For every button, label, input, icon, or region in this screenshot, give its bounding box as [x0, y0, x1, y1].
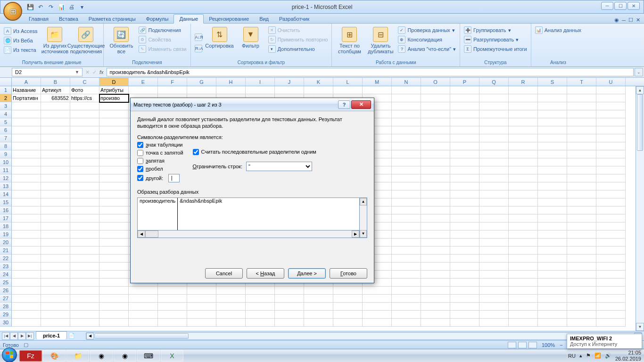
cell[interactable]	[596, 110, 626, 118]
cell[interactable]	[509, 303, 538, 311]
last-sheet-button[interactable]: ▶|	[26, 332, 34, 340]
cell[interactable]	[421, 206, 450, 214]
cell[interactable]	[99, 142, 129, 150]
cell[interactable]	[70, 247, 99, 255]
cell[interactable]	[479, 230, 509, 239]
cell[interactable]	[479, 214, 509, 222]
col-header[interactable]: U	[596, 78, 626, 86]
cell[interactable]	[538, 222, 567, 230]
cell[interactable]	[41, 150, 70, 158]
col-header[interactable]: L	[333, 78, 363, 86]
cell[interactable]	[421, 239, 450, 247]
cell[interactable]	[12, 263, 41, 271]
cell[interactable]	[450, 206, 479, 214]
refresh-all-button[interactable]: 🔄Обновить все	[107, 25, 136, 59]
horizontal-scrollbar[interactable]: ◀ ▶	[86, 332, 642, 340]
cell[interactable]	[158, 287, 187, 295]
sort-az-button[interactable]: А↓Я	[194, 33, 203, 41]
cell[interactable]	[246, 295, 275, 303]
cell[interactable]	[509, 142, 538, 150]
cell[interactable]	[421, 247, 450, 255]
cell[interactable]	[567, 311, 596, 319]
cell[interactable]	[567, 295, 596, 303]
ribbon-restore-icon[interactable]: ☐	[628, 17, 633, 23]
tab-insert[interactable]: Вставка	[54, 15, 83, 23]
cell[interactable]	[275, 86, 304, 94]
cell[interactable]	[246, 319, 275, 327]
text-to-columns-button[interactable]: ⊞Текст по столбцам	[335, 25, 364, 59]
scroll-thumb[interactable]	[637, 94, 643, 151]
cell[interactable]	[392, 271, 421, 279]
cell[interactable]	[421, 150, 450, 158]
cell[interactable]	[421, 182, 450, 190]
data-analysis-button[interactable]: 📊Анализ данных	[534, 26, 582, 34]
cell[interactable]	[596, 102, 626, 110]
row-header[interactable]: 9	[0, 150, 12, 158]
cell[interactable]	[392, 94, 421, 102]
cell[interactable]	[567, 150, 596, 158]
cell[interactable]	[509, 222, 538, 230]
cell[interactable]	[70, 134, 99, 142]
cell[interactable]	[567, 174, 596, 182]
tray-clock[interactable]: 21:05 26.02.2019	[615, 350, 641, 361]
cell[interactable]	[216, 287, 246, 295]
row-header[interactable]: 23	[0, 263, 12, 271]
cell[interactable]	[99, 222, 129, 230]
delimiter-space-checkbox[interactable]: пробел	[137, 166, 183, 172]
cell[interactable]	[12, 166, 41, 174]
cell[interactable]	[479, 126, 509, 134]
cell[interactable]	[12, 206, 41, 214]
row-header[interactable]: 26	[0, 287, 12, 295]
cell[interactable]	[596, 126, 626, 134]
cell[interactable]	[596, 182, 626, 190]
cell[interactable]	[596, 222, 626, 230]
cell[interactable]	[538, 166, 567, 174]
col-header[interactable]: Q	[479, 78, 509, 86]
text-qualifier-select[interactable]: "	[246, 162, 312, 171]
cell[interactable]	[479, 239, 509, 247]
cell[interactable]	[41, 198, 70, 206]
cell[interactable]	[450, 198, 479, 206]
cell[interactable]	[538, 279, 567, 287]
cell[interactable]	[567, 142, 596, 150]
taskbar-chrome[interactable]: ◉	[114, 350, 136, 362]
cell[interactable]	[70, 190, 99, 198]
cell[interactable]	[99, 255, 129, 263]
cell[interactable]	[567, 166, 596, 174]
cell[interactable]	[99, 247, 129, 255]
cell[interactable]	[99, 271, 129, 279]
cell[interactable]	[596, 271, 626, 279]
cell[interactable]	[99, 190, 129, 198]
cell[interactable]	[41, 239, 70, 247]
cell[interactable]	[70, 142, 99, 150]
row-header[interactable]: 2	[0, 94, 12, 102]
cell[interactable]	[596, 142, 626, 150]
cell[interactable]	[41, 102, 70, 110]
cell[interactable]	[450, 190, 479, 198]
row-header[interactable]: 17	[0, 214, 12, 222]
cell[interactable]	[596, 279, 626, 287]
cell[interactable]	[509, 230, 538, 239]
cell[interactable]	[567, 247, 596, 255]
row-header[interactable]: 21	[0, 247, 12, 255]
cell[interactable]	[421, 166, 450, 174]
cell[interactable]	[41, 263, 70, 271]
cell[interactable]	[41, 110, 70, 118]
cell[interactable]	[70, 166, 99, 174]
expand-formula-bar-button[interactable]: ⌄	[635, 68, 643, 76]
from-text-button[interactable]: 📄Из текста	[3, 46, 38, 54]
cell[interactable]	[41, 287, 70, 295]
cell[interactable]	[596, 190, 626, 198]
cell[interactable]	[596, 303, 626, 311]
start-button[interactable]	[0, 349, 19, 362]
cell[interactable]	[187, 319, 216, 327]
cell[interactable]	[41, 126, 70, 134]
cell[interactable]	[70, 118, 99, 126]
cell[interactable]	[99, 166, 129, 174]
cell[interactable]	[70, 263, 99, 271]
cell[interactable]	[596, 230, 626, 239]
cell[interactable]	[41, 319, 70, 327]
cell[interactable]	[304, 86, 333, 94]
cell[interactable]	[509, 126, 538, 134]
cell[interactable]	[70, 295, 99, 303]
